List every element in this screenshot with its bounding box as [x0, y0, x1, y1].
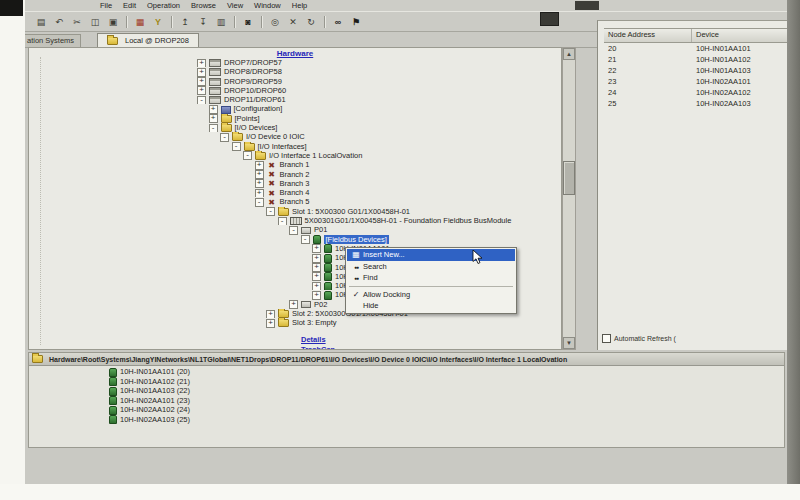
tree-item-branch-4[interactable]: +Branch 4	[29, 188, 561, 197]
tree-item-slot-3-empty[interactable]: +Slot 3: Empty	[29, 318, 561, 327]
tree-item-branch-5[interactable]: -Branch 5	[29, 197, 561, 206]
sheet-icon[interactable]: ▥	[213, 15, 229, 29]
table-row[interactable]: 2510H-IN02AA103	[604, 98, 788, 109]
device-list-item[interactable]: 10H-IN02AA102 (24)	[29, 405, 784, 415]
automatic-refresh-checkbox[interactable]: Automatic Refresh (	[602, 334, 676, 343]
tree-item-p01[interactable]: -P01	[29, 225, 561, 234]
expander-icon[interactable]: +	[312, 244, 321, 253]
image-icon[interactable]: ▦	[132, 15, 148, 29]
zoom-icon[interactable]: ◎	[267, 15, 283, 29]
copy-icon[interactable]: ◫	[87, 15, 103, 29]
expander-icon[interactable]: -	[289, 226, 298, 235]
hardware-panel-title[interactable]: Hardware	[29, 49, 561, 58]
breadcrumb-path[interactable]: Hardware\Root\Systems\JiangYINetworks\NL…	[29, 353, 784, 366]
table-row[interactable]: 2210H-IN01AA103	[604, 65, 788, 76]
expander-icon[interactable]: +	[312, 291, 321, 300]
context-menu-item-insert-new[interactable]: ▦Insert New...	[347, 249, 515, 261]
device-list-item[interactable]: 10H-IN01AA102 (21)	[29, 377, 784, 387]
expander-icon[interactable]: +	[289, 300, 298, 309]
window-control-box[interactable]	[575, 1, 599, 10]
device-list-item[interactable]: 10H-IN01AA101 (20)	[29, 367, 784, 377]
expander-icon[interactable]: -	[301, 235, 310, 244]
expander-icon[interactable]: +	[197, 86, 206, 95]
tree-item-5x00301g01-1x00458h-01-foundation-fieldbus-busmodule[interactable]: -5X00301G01/1X00458H-01 - Foundation Fie…	[29, 216, 561, 225]
tree-item-i-o-device-0-ioic[interactable]: -I/O Device 0 IOIC	[29, 132, 561, 141]
filter-icon[interactable]: Y	[150, 15, 166, 29]
context-menu-item-hide[interactable]: Hide	[347, 300, 515, 312]
menu-browse[interactable]: Browse	[191, 0, 216, 11]
expander-icon[interactable]: -	[243, 151, 252, 160]
table-row[interactable]: 2310H-IN02AA101	[604, 76, 788, 87]
tree-item-configuration[interactable]: +[Configuration]	[29, 104, 561, 113]
flag-icon[interactable]: ⚑	[348, 15, 364, 29]
expander-icon[interactable]: -	[278, 217, 287, 226]
tree-item-drop7-drop57[interactable]: +DROP7/DROP57	[29, 58, 561, 67]
paste-icon[interactable]: ▣	[105, 15, 121, 29]
tree-item-drop9-drop59[interactable]: +DROP9/DROP59	[29, 77, 561, 86]
expander-icon[interactable]: -	[232, 142, 241, 151]
camera-icon[interactable]: ◙	[240, 15, 256, 29]
menu-operation[interactable]: Operation	[147, 0, 180, 11]
menu-view[interactable]: View	[227, 0, 243, 11]
details-link[interactable]: Details	[301, 335, 326, 344]
device-list-item[interactable]: 10H-IN01AA103 (22)	[29, 386, 784, 396]
checkbox-icon[interactable]	[602, 334, 611, 343]
expander-icon[interactable]: -	[220, 133, 229, 142]
new-icon[interactable]: ▤	[33, 15, 49, 29]
context-menu-item-allow-docking[interactable]: ✓Allow Docking	[347, 289, 515, 301]
context-menu-item-search[interactable]: Search	[347, 261, 515, 273]
tree-item-branch-1[interactable]: +Branch 1	[29, 160, 561, 169]
tree-item-i-o-devices[interactable]: -[I/O Devices]	[29, 123, 561, 132]
expander-icon[interactable]: +	[312, 272, 321, 281]
undo-icon[interactable]: ↶	[51, 15, 67, 29]
menu-window[interactable]: Window	[254, 0, 281, 11]
expander-icon[interactable]: +	[312, 254, 321, 263]
tab-local-drop208[interactable]: Local @ DROP208	[97, 33, 199, 47]
refresh-icon[interactable]: ↻	[303, 15, 319, 29]
find-binoculars-icon[interactable]: ∞	[330, 15, 346, 29]
scroll-up-arrow-icon[interactable]: ▲	[563, 48, 575, 60]
trashcan-link[interactable]: TrashCan	[301, 345, 335, 350]
tree-item-i-o-interface-1-localovation[interactable]: -I/O Interface 1 LocalOvation	[29, 151, 561, 160]
expander-icon[interactable]: +	[255, 179, 264, 188]
expander-icon[interactable]: +	[266, 310, 275, 319]
expander-icon[interactable]: +	[255, 161, 264, 170]
expander-icon[interactable]: +	[312, 282, 321, 291]
tree-item-fieldbus-devices[interactable]: -[Fieldbus Devices]	[29, 235, 561, 244]
menu-edit[interactable]: Edit	[123, 0, 136, 11]
expander-icon[interactable]: +	[266, 319, 275, 328]
tree-item-points[interactable]: +[Points]	[29, 114, 561, 123]
tree-item-i-o-interfaces[interactable]: -[I/O Interfaces]	[29, 142, 561, 151]
expander-icon[interactable]: +	[197, 77, 206, 86]
tree-item-drop8-drop58[interactable]: +DROP8/DROP58	[29, 67, 561, 76]
menu-help[interactable]: Help	[292, 0, 307, 11]
delete-icon[interactable]: ✕	[285, 15, 301, 29]
expander-icon[interactable]: -	[255, 198, 264, 207]
table-row[interactable]: 2010H-IN01AA101	[604, 43, 788, 54]
toolbar-extra-button[interactable]	[540, 12, 559, 26]
import-icon[interactable]: ↧	[195, 15, 211, 29]
expander-icon[interactable]: -	[197, 96, 206, 105]
expander-icon[interactable]: +	[255, 170, 264, 179]
expander-icon[interactable]: +	[312, 263, 321, 272]
device-list-item[interactable]: 10H-IN02AA101 (23)	[29, 396, 784, 406]
cut-icon[interactable]: ✂	[69, 15, 85, 29]
tree-item-branch-3[interactable]: +Branch 3	[29, 179, 561, 188]
table-row[interactable]: 2110H-IN01AA102	[604, 54, 788, 65]
scrollbar-thumb[interactable]	[563, 161, 575, 195]
column-header-node-address[interactable]: Node Address	[604, 29, 692, 42]
expander-icon[interactable]: +	[197, 68, 206, 77]
expander-icon[interactable]: +	[209, 105, 218, 114]
tree-item-drop11-drop61[interactable]: -DROP11/DROP61	[29, 95, 561, 104]
expander-icon[interactable]: +	[209, 114, 218, 123]
tree-item-slot-1-5x00300-g01-1x00458h-01[interactable]: -Slot 1: 5X00300 G01/1X00458H-01	[29, 207, 561, 216]
tab-systems[interactable]: ation Systems	[25, 34, 81, 47]
expander-icon[interactable]: +	[197, 59, 206, 68]
scroll-down-arrow-icon[interactable]: ▼	[563, 337, 575, 349]
expander-icon[interactable]: +	[255, 189, 264, 198]
tree-scrollbar[interactable]: ▲ ▼	[562, 47, 576, 350]
menu-file[interactable]: File	[100, 0, 112, 11]
device-list-item[interactable]: 10H-IN02AA103 (25)	[29, 415, 784, 425]
export-icon[interactable]: ↥	[177, 15, 193, 29]
expander-icon[interactable]: -	[266, 207, 275, 216]
